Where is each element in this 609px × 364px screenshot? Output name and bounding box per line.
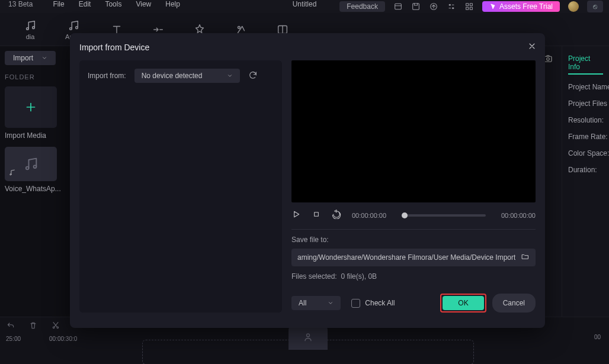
timecode-start: 00:00:00:00 <box>352 212 386 219</box>
filter-dropdown[interactable]: All <box>291 296 341 310</box>
modal-right-pane: 00:00:00:00 00:00:00:00 Save file to: am… <box>291 60 536 313</box>
check-all[interactable]: Check All <box>351 299 395 308</box>
playback-controls: 00:00:00:00 00:00:00:00 <box>291 210 536 221</box>
device-selected: No device detected <box>142 72 203 80</box>
save-to-label: Save file to: <box>291 236 536 244</box>
check-all-label: Check All <box>365 299 395 307</box>
cancel-button[interactable]: Cancel <box>492 294 536 313</box>
refresh-icon[interactable] <box>248 70 259 82</box>
files-selected-value: 0 file(s), 0B <box>341 272 377 281</box>
files-selected-label: Files selected: <box>291 272 337 281</box>
video-preview <box>291 60 536 202</box>
stop-icon[interactable] <box>312 210 321 221</box>
ok-highlight: OK <box>440 294 486 313</box>
browse-folder-icon[interactable] <box>521 252 530 263</box>
filter-selected: All <box>299 299 306 307</box>
modal-title: Import from Device <box>79 43 536 52</box>
svg-rect-23 <box>315 212 319 217</box>
play-icon[interactable] <box>291 210 301 221</box>
import-from-label: Import from: <box>88 72 126 80</box>
save-path-text: aming/Wondershare/Wondershare Filmora/Us… <box>297 253 515 262</box>
ok-button[interactable]: OK <box>443 296 483 310</box>
save-path-field[interactable]: aming/Wondershare/Wondershare Filmora/Us… <box>291 249 536 266</box>
modal-left-pane: Import from: No device detected <box>79 60 282 313</box>
checkbox-icon <box>351 299 360 308</box>
rewind-icon[interactable] <box>332 210 341 221</box>
import-device-modal: Import from Device Import from: No devic… <box>70 33 545 328</box>
timecode-end: 00:00:00:00 <box>501 212 536 219</box>
files-selected: Files selected: 0 file(s), 0B <box>291 272 536 281</box>
device-dropdown[interactable]: No device detected <box>134 69 240 83</box>
close-icon[interactable] <box>527 41 537 53</box>
scrubber[interactable] <box>402 214 486 217</box>
